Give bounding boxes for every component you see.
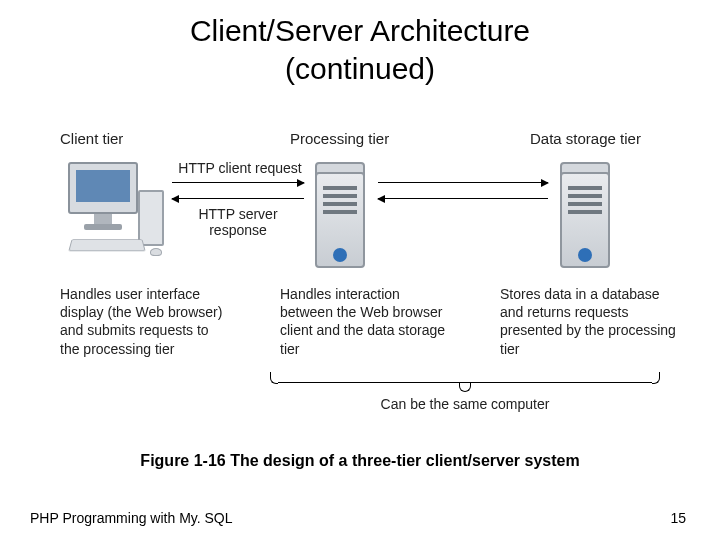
same-computer-label: Can be the same computer [270, 396, 660, 412]
request-arrow-icon [172, 182, 304, 183]
client-tier-description: Handles user interface display (the Web … [60, 285, 230, 358]
http-response-label: HTTP server response [178, 206, 298, 238]
storage-tier-label: Data storage tier [530, 130, 641, 147]
processing-tier-description: Handles interaction between the Web brow… [280, 285, 450, 358]
client-tier-label: Client tier [60, 130, 123, 147]
client-computer-icon [60, 162, 170, 272]
title-line-1: Client/Server Architecture [190, 14, 530, 47]
footer-source: PHP Programming with My. SQL [30, 510, 233, 526]
http-request-label: HTTP client request [170, 160, 310, 176]
processing-tier-label: Processing tier [290, 130, 389, 147]
storage-to-proc-arrow-icon [378, 198, 548, 199]
storage-tier-description: Stores data in a database and returns re… [500, 285, 680, 358]
same-computer-brace-icon [270, 372, 660, 394]
title-line-2: (continued) [285, 52, 435, 85]
architecture-diagram: Client tier Processing tier Data storage… [60, 130, 660, 410]
processing-server-icon [315, 162, 365, 270]
storage-server-icon [560, 162, 610, 270]
slide-title: Client/Server Architecture (continued) [0, 0, 720, 87]
response-arrow-icon [172, 198, 304, 199]
proc-to-storage-arrow-icon [378, 182, 548, 183]
page-number: 15 [670, 510, 686, 526]
figure-caption: Figure 1-16 The design of a three-tier c… [0, 452, 720, 470]
